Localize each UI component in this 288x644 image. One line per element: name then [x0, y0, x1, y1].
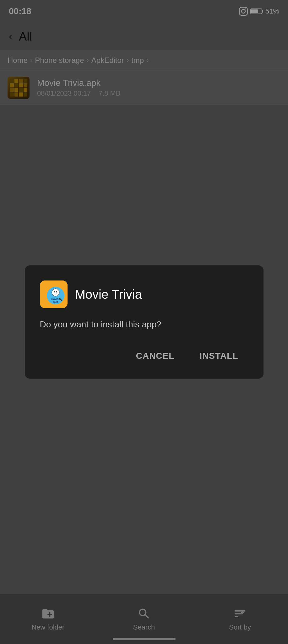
svg-text:MOVIES: MOVIES: [51, 298, 60, 300]
svg-text:QUIZ: QUIZ: [53, 301, 58, 303]
svg-point-6: [54, 291, 55, 292]
cancel-button[interactable]: CANCEL: [126, 346, 185, 366]
dialog-header: MOVIES QUIZ Movie Trivia: [40, 280, 248, 308]
svg-point-5: [52, 289, 59, 296]
dialog-app-name: Movie Trivia: [75, 287, 142, 302]
app-icon: MOVIES QUIZ: [40, 280, 68, 308]
install-dialog: MOVIES QUIZ Movie Trivia Do you want to …: [25, 265, 264, 378]
install-button[interactable]: INSTALL: [189, 346, 248, 366]
movie-trivia-icon-svg: MOVIES QUIZ: [40, 280, 68, 308]
dialog-message: Do you want to install this app?: [40, 318, 248, 330]
modal-overlay: MOVIES QUIZ Movie Trivia Do you want to …: [0, 0, 288, 644]
svg-point-7: [56, 291, 57, 292]
dialog-actions: CANCEL INSTALL: [40, 346, 248, 366]
